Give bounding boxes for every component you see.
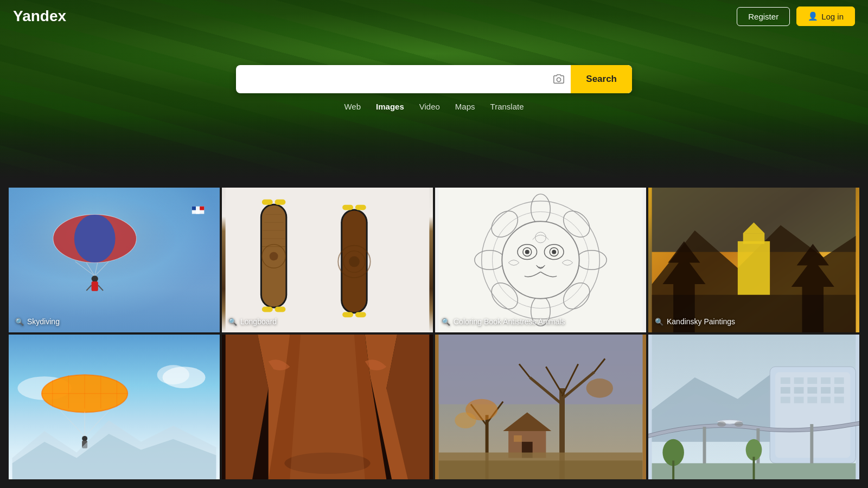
grid-item-bg: [648, 335, 859, 479]
logo[interactable]: Yandex: [13, 8, 66, 25]
svg-rect-139: [834, 387, 844, 394]
svg-marker-97: [226, 335, 269, 479]
svg-rect-29: [262, 307, 273, 312]
grid-item-autumn-painting[interactable]: [435, 335, 646, 479]
svg-rect-39: [355, 312, 366, 317]
svg-rect-133: [821, 377, 831, 384]
camera-icon[interactable]: [547, 65, 571, 93]
svg-point-80: [82, 436, 87, 441]
svg-rect-121: [439, 460, 643, 479]
grid-label-text: Coloring Book Antistress Animals: [454, 317, 565, 326]
svg-rect-37: [355, 205, 366, 210]
grid-item-paragliding[interactable]: [9, 335, 220, 479]
svg-rect-10: [92, 281, 98, 291]
svg-point-67: [157, 365, 189, 384]
svg-rect-119: [514, 435, 522, 442]
search-icon: 🔍: [228, 318, 237, 326]
search-area: Search Web Images Video Maps Translate: [236, 65, 632, 111]
grid-label-text: Longboard: [240, 317, 277, 326]
header-buttons: Register 👤 Log in: [737, 7, 855, 26]
svg-rect-140: [781, 397, 790, 403]
svg-rect-137: [807, 387, 817, 394]
svg-rect-38: [342, 312, 353, 317]
svg-point-26: [270, 252, 278, 261]
svg-rect-136: [794, 387, 804, 394]
search-icon: 🔍: [655, 318, 663, 326]
search-icon: 🔍: [442, 318, 450, 326]
svg-point-57: [552, 250, 556, 254]
svg-point-124: [455, 412, 476, 428]
svg-point-0: [557, 78, 561, 81]
grid-item-bg: [9, 188, 220, 332]
logo-text: Yandex: [13, 8, 66, 24]
svg-rect-141: [794, 397, 804, 403]
svg-line-77: [61, 410, 85, 436]
svg-rect-154: [753, 457, 755, 479]
grid-item-bg: [222, 188, 433, 332]
grid-label: 🔍 Coloring Book Antistress Animals: [442, 317, 565, 326]
svg-rect-36: [342, 205, 353, 210]
search-input[interactable]: [236, 65, 547, 93]
svg-rect-62: [738, 241, 770, 295]
svg-marker-103: [290, 335, 365, 479]
svg-rect-152: [672, 460, 674, 479]
grid-item-bg: [435, 188, 646, 332]
search-button[interactable]: Search: [571, 65, 632, 93]
svg-rect-131: [794, 377, 804, 384]
svg-rect-138: [821, 387, 831, 394]
svg-rect-134: [834, 377, 844, 384]
svg-rect-14: [192, 207, 196, 210]
search-box: Search: [236, 65, 632, 93]
svg-point-9: [92, 275, 98, 282]
svg-rect-130: [781, 377, 790, 384]
grid-item-coloring[interactable]: 🔍 Coloring Book Antistress Animals: [435, 188, 646, 332]
svg-point-123: [586, 378, 613, 398]
svg-point-56: [525, 250, 529, 254]
svg-rect-27: [262, 200, 273, 205]
svg-rect-142: [807, 397, 817, 403]
grid-item-modern-building[interactable]: [648, 335, 859, 479]
grid-label-text: Skydiving: [27, 317, 60, 326]
svg-point-146: [735, 421, 743, 427]
grid-label: 🔍 Longboard: [228, 317, 277, 326]
svg-point-145: [717, 421, 726, 427]
grid-item-skydiving[interactable]: 🔍 Skydiving: [9, 188, 220, 332]
grid-item-bg: [9, 335, 220, 479]
svg-rect-132: [807, 377, 817, 384]
svg-rect-105: [439, 335, 643, 404]
svg-rect-15: [196, 210, 200, 214]
svg-point-3: [74, 214, 116, 262]
svg-rect-63: [743, 233, 765, 244]
grid-item-bg: [222, 335, 433, 479]
login-label: Log in: [821, 12, 844, 21]
header: Yandex Register 👤 Log in: [0, 0, 868, 33]
nav-translate[interactable]: Translate: [490, 102, 524, 111]
grid-label: 🔍 Skydiving: [15, 317, 60, 326]
user-icon: 👤: [808, 11, 818, 21]
grid-item-kandinsky[interactable]: 🔍 Kandinsky Paintings: [648, 188, 859, 332]
svg-rect-144: [834, 397, 844, 403]
svg-rect-135: [781, 387, 790, 394]
svg-rect-143: [821, 397, 831, 403]
register-button[interactable]: Register: [737, 7, 790, 26]
svg-rect-65: [652, 295, 856, 332]
nav-images[interactable]: Images: [376, 102, 404, 111]
login-button[interactable]: 👤 Log in: [796, 7, 855, 26]
grid-item-canyon[interactable]: [222, 335, 433, 479]
grid-label-text: Kandinsky Paintings: [667, 317, 735, 326]
svg-rect-17: [226, 188, 430, 332]
nav-video[interactable]: Video: [419, 102, 440, 111]
nav-web[interactable]: Web: [344, 102, 361, 111]
svg-point-35: [349, 256, 360, 267]
nav-maps[interactable]: Maps: [455, 102, 475, 111]
svg-rect-30: [275, 307, 286, 312]
grid-item-bg: [435, 335, 646, 479]
svg-rect-28: [275, 200, 286, 205]
svg-rect-16: [200, 207, 204, 210]
hero-bottom-overlay: [0, 114, 868, 179]
grid-item-longboard[interactable]: 🔍 Longboard: [222, 188, 433, 332]
grid-label: 🔍 Kandinsky Paintings: [655, 317, 735, 326]
grid-item-bg: [648, 188, 859, 332]
search-icon: 🔍: [15, 318, 24, 326]
image-grid: 🔍 Skydiving: [0, 179, 868, 488]
